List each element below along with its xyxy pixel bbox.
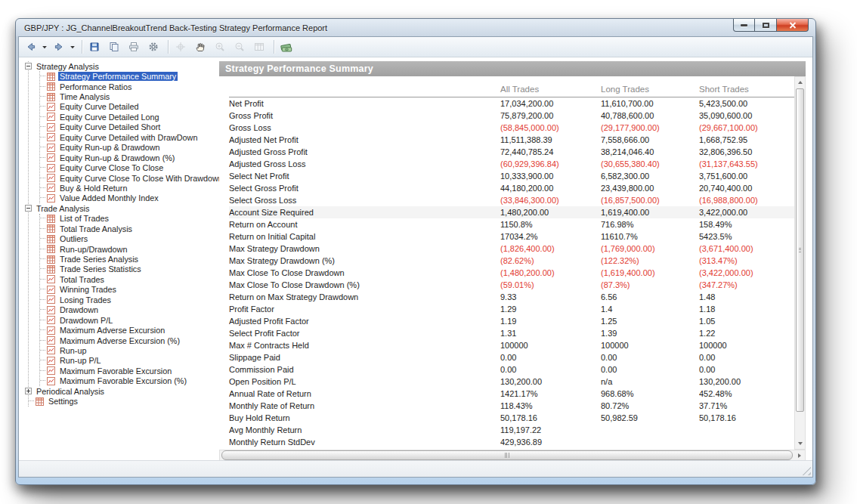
table-row-avg-monthly-return[interactable]: Avg Monthly Return119,197.22	[229, 424, 794, 436]
cell-short-trades: 20,740,400.00	[699, 182, 794, 194]
tree-item-strategy-performance-summary[interactable]: Strategy Performance Summary	[40, 71, 219, 81]
scroll-down-button[interactable]	[795, 438, 805, 449]
table-row-select-gross-loss[interactable]: Select Gross Loss(33,846,300.00)(16,857,…	[229, 194, 794, 206]
maximize-button[interactable]	[755, 19, 777, 32]
table-icon	[47, 73, 55, 81]
expand-icon[interactable]	[25, 388, 32, 394]
tree-item-run-up[interactable]: Run-up	[40, 345, 219, 355]
tree-item-trade-series-statistics[interactable]: Trade Series Statistics	[40, 264, 219, 274]
tree-item-equity-run-up-drawdown[interactable]: Equity Run-up & Drawdown (%)	[40, 153, 219, 162]
tree-item-drawdown-p-l[interactable]: Drawdown P/L	[40, 315, 219, 325]
tree-item-buy-hold-return[interactable]: Buy & Hold Return	[40, 183, 219, 193]
tree-item-run-up-drawdown[interactable]: Run-up/Drawdown	[40, 244, 219, 254]
table-row-max-strategy-drawdown[interactable]: Max Strategy Drawdown (%)(82.62%)(122.32…	[229, 255, 794, 267]
vertical-scrollbar[interactable]	[794, 76, 806, 450]
table-row-adjusted-gross-profit[interactable]: Adjusted Gross Profit72,440,785.2438,214…	[229, 146, 794, 158]
tree-item-maximum-favorable-excursion[interactable]: Maximum Favorable Excursion	[40, 366, 219, 376]
table-row-net-profit[interactable]: Net Profit17,034,200.0011,610,700.005,42…	[229, 97, 794, 110]
forward-history-dropdown[interactable]	[70, 39, 78, 55]
table-row-profit-factor[interactable]: Profit Factor1.291.41.18	[229, 303, 794, 315]
save-button[interactable]	[86, 39, 105, 55]
cell-long-trades: 38,214,046.40	[601, 146, 699, 158]
table-row-return-on-account[interactable]: Return on Account1150.8%716.98%158.49%	[229, 218, 794, 230]
scroll-right-button[interactable]	[794, 453, 805, 458]
table-row-slippage-paid[interactable]: Slippage Paid0.000.000.00	[229, 351, 794, 363]
horizontal-scrollbar[interactable]	[219, 450, 806, 461]
table-row-gross-profit[interactable]: Gross Profit75,879,200.0040,788,600.0035…	[229, 110, 794, 122]
titlebar[interactable]: GBP/JPY : JG_ChannelBreakoutTrend Back-T…	[16, 19, 815, 36]
close-button[interactable]	[777, 19, 809, 32]
table-row-adjusted-gross-loss[interactable]: Adjusted Gross Loss(60,929,396.84)(30,65…	[229, 158, 794, 170]
table-row-adjusted-net-profit[interactable]: Adjusted Net Profit11,511,388.397,558,66…	[229, 134, 794, 146]
tree-item-equity-curve-detailed-short[interactable]: Equity Curve Detailed Short	[40, 122, 219, 132]
row-label: Profit Factor	[229, 303, 500, 315]
scroll-track[interactable]	[795, 413, 805, 438]
table-row-account-size-required[interactable]: Account Size Required1,480,200.001,619,4…	[229, 206, 794, 218]
tree-node-settings[interactable]: Settings	[29, 396, 219, 406]
cell-short-trades: 130,200.00	[699, 376, 794, 388]
tree-item-total-trade-analysis[interactable]: Total Trade Analysis	[40, 224, 219, 233]
table-row-adjusted-profit-factor[interactable]: Adjusted Profit Factor1.191.251.05	[229, 315, 794, 327]
tree-item-drawdown[interactable]: Drawdown	[40, 305, 219, 315]
table-row-commission-paid[interactable]: Commission Paid0.000.000.00	[229, 363, 794, 376]
tree-node-trade-analysis[interactable]: Trade Analysis	[25, 203, 219, 213]
tree-node-strategy-analysis[interactable]: Strategy Analysis	[25, 61, 219, 71]
table-row-select-gross-profit[interactable]: Select Gross Profit44,180,200.0023,439,8…	[229, 182, 794, 194]
resize-grip[interactable]	[801, 465, 811, 475]
table-row-monthly-rate-of-return[interactable]: Monthly Rate of Return118.43%80.72%37.71…	[229, 400, 794, 412]
copy-icon	[108, 41, 120, 53]
table-row-gross-loss[interactable]: Gross Loss(58,845,000.00)(29,177,900.00)…	[229, 122, 794, 134]
table-row-select-net-profit[interactable]: Select Net Profit10,333,900.006,582,300.…	[229, 170, 794, 182]
tree-item-winning-trades[interactable]: Winning Trades	[40, 285, 219, 295]
back-button[interactable]	[23, 39, 42, 55]
tree-connector	[40, 370, 45, 372]
table-row-max-close-to-close-drawdown[interactable]: Max Close To Close Drawdown(1,480,200.00…	[229, 267, 794, 279]
horizontal-scrollbar-thumb[interactable]	[221, 450, 793, 460]
table-row-open-position-p-l[interactable]: Open Position P/L130,200.00n/a130,200.00	[229, 376, 794, 388]
vertical-scrollbar-thumb[interactable]	[796, 88, 804, 412]
tree-item-total-trades[interactable]: Total Trades	[40, 274, 219, 284]
tree-item-equity-curve-detailed[interactable]: Equity Curve Detailed	[40, 102, 219, 112]
collapse-icon[interactable]	[25, 205, 32, 212]
tree-item-trade-series-analysis[interactable]: Trade Series Analysis	[40, 254, 219, 264]
tree-item-equity-run-up-drawdown[interactable]: Equity Run-up & Drawdown	[40, 143, 219, 153]
tree-item-value-added-monthly-index[interactable]: Value Added Monthly Index	[40, 193, 219, 203]
forward-button[interactable]	[51, 39, 70, 55]
scroll-up-button[interactable]	[795, 77, 805, 88]
tree-label: Drawdown	[58, 305, 100, 314]
table-row-annual-rate-of-return[interactable]: Annual Rate of Return1421.17%968.68%452.…	[229, 388, 794, 400]
table-row-monthly-return-stddev[interactable]: Monthly Return StdDev429,936.89	[229, 436, 794, 448]
cell-long-trades: 6.56	[601, 291, 699, 303]
tree-item-equity-curve-close-to-close-with-drawdown[interactable]: Equity Curve Close To Close With Drawdow…	[40, 173, 219, 183]
settings-button[interactable]	[145, 39, 164, 55]
print-button[interactable]	[125, 39, 144, 55]
table-row-return-on-initial-capital[interactable]: Return on Initial Capital17034.2%11610.7…	[229, 230, 794, 243]
tree-item-losing-trades[interactable]: Losing Trades	[40, 295, 219, 305]
tree-item-maximum-adverse-excursion[interactable]: Maximum Adverse Excursion (%)	[40, 335, 219, 345]
table-row-max-contracts-held[interactable]: Max # Contracts Held100000100000100000	[229, 339, 794, 351]
tree-item-list-of-trades[interactable]: List of Trades	[40, 214, 219, 224]
table-row-buy-hold-return[interactable]: Buy Hold Return50,178.1650,982.5950,178.…	[229, 412, 794, 424]
tree-item-maximum-adverse-excursion[interactable]: Maximum Adverse Excursion	[40, 325, 219, 335]
table-row-max-strategy-drawdown[interactable]: Max Strategy Drawdown(1,826,400.00)(1,76…	[229, 243, 794, 255]
back-history-dropdown[interactable]	[42, 39, 50, 55]
tree-item-maximum-favorable-excursion[interactable]: Maximum Favorable Excursion (%)	[40, 376, 219, 386]
table-row-select-profit-factor[interactable]: Select Profit Factor1.311.391.22	[229, 327, 794, 339]
currency-button[interactable]	[278, 39, 297, 55]
tree-item-run-up-p-l[interactable]: Run-up P/L	[40, 356, 219, 366]
tree-item-performance-ratios[interactable]: Performance Ratios	[40, 82, 219, 91]
close-icon	[789, 22, 797, 29]
collapse-icon[interactable]	[25, 63, 32, 70]
tree-item-equity-curve-close-to-close[interactable]: Equity Curve Close To Close	[40, 162, 219, 172]
tree-item-outliers[interactable]: Outliers	[40, 233, 219, 243]
copy-button[interactable]	[106, 39, 125, 55]
tree-item-equity-curve-detailed-long[interactable]: Equity Curve Detailed Long	[40, 112, 219, 122]
tree-item-equity-curve-detailed-with-drawdown[interactable]: Equity Curve Detailed with DrawDown	[40, 132, 219, 142]
table-row-return-on-max-strategy-drawdown[interactable]: Return on Max Strategy Drawdown9.336.561…	[229, 291, 794, 303]
tree-node-periodical-analysis[interactable]: Periodical Analysis	[25, 386, 219, 396]
tree-connector	[40, 249, 45, 250]
tree-item-time-analysis[interactable]: Time Analysis	[40, 91, 219, 101]
table-row-max-close-to-close-drawdown[interactable]: Max Close To Close Drawdown (%)(59.01%)(…	[229, 279, 794, 291]
minimize-button[interactable]	[733, 19, 755, 32]
pan-tool-button[interactable]	[192, 39, 211, 55]
